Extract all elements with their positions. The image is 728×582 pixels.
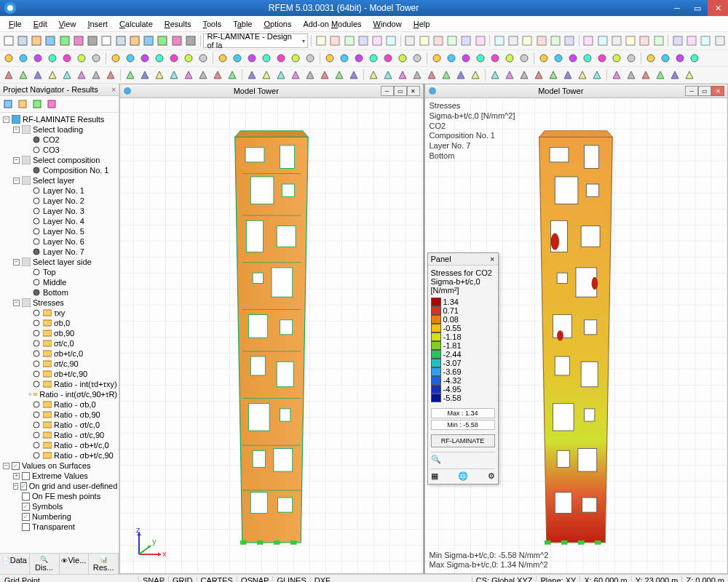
tree-vos-2[interactable]: On FE mesh points bbox=[0, 491, 119, 501]
tree-stress-13[interactable]: Ratio - σb+t/c,0 bbox=[0, 440, 119, 450]
tb1-btn-b27[interactable] bbox=[713, 34, 726, 47]
tb2-btn-34[interactable] bbox=[518, 52, 531, 65]
nav-tb-2[interactable] bbox=[16, 97, 29, 111]
panel-tab-3[interactable]: ⚙ bbox=[488, 471, 495, 481]
tb2-btn-30[interactable] bbox=[459, 52, 472, 65]
tree-stress-6[interactable]: σb+t/c,90 bbox=[0, 369, 119, 379]
tb3-btn-44[interactable] bbox=[668, 68, 681, 81]
tree-layer-6[interactable]: Layer No. 6 bbox=[0, 236, 119, 247]
tb1-btn-b1[interactable] bbox=[329, 34, 341, 47]
nav-tb-3[interactable] bbox=[31, 97, 44, 111]
menu-window[interactable]: Window bbox=[368, 18, 408, 30]
tb3-btn-43[interactable] bbox=[654, 68, 667, 81]
tb1-btn-2[interactable] bbox=[31, 34, 43, 47]
menu-results[interactable]: Results bbox=[159, 18, 197, 30]
status-osnap[interactable]: OSNAP bbox=[237, 576, 273, 583]
tree-vos-5[interactable]: Transparent bbox=[0, 522, 119, 532]
panel-tab-2[interactable]: 🌐 bbox=[458, 471, 468, 481]
tb3-btn-35[interactable] bbox=[532, 68, 545, 81]
panel-tab-1[interactable]: ▦ bbox=[431, 471, 438, 481]
tb1-btn-b25[interactable] bbox=[685, 34, 697, 47]
status-glines[interactable]: GLINES bbox=[272, 576, 309, 583]
tree-layer-7[interactable]: Layer No. 7 bbox=[0, 247, 119, 257]
maximize-button[interactable]: ▭ bbox=[687, 0, 708, 16]
tb1-btn-6[interactable] bbox=[87, 34, 99, 47]
tb2-btn-40[interactable] bbox=[610, 52, 623, 65]
menu-help[interactable]: Help bbox=[408, 18, 436, 30]
tb3-btn-30[interactable] bbox=[454, 68, 467, 81]
tb1-btn-b10[interactable] bbox=[460, 34, 472, 47]
tb3-btn-15[interactable] bbox=[226, 68, 239, 81]
tree-layer-4[interactable]: Layer No. 4 bbox=[0, 216, 119, 226]
panel-close-icon[interactable]: × bbox=[490, 255, 494, 263]
tb2-btn-44[interactable] bbox=[673, 52, 687, 65]
tb1-btn-b9[interactable] bbox=[446, 34, 459, 47]
vp-left-close[interactable]: ✕ bbox=[407, 86, 420, 96]
tb3-btn-38[interactable] bbox=[576, 68, 589, 81]
tb1-btn-b3[interactable] bbox=[357, 34, 369, 47]
tb3-btn-8[interactable] bbox=[124, 68, 137, 81]
tb2-btn-6[interactable] bbox=[90, 52, 103, 65]
tb2-btn-36[interactable] bbox=[552, 52, 565, 65]
tb1-btn-8[interactable] bbox=[114, 34, 127, 47]
tree-side-bottom[interactable]: Bottom bbox=[0, 287, 119, 298]
tb3-btn-16[interactable] bbox=[245, 68, 258, 81]
tb3-btn-18[interactable] bbox=[274, 68, 288, 81]
tree-values-on-surfaces[interactable]: −✓Values on Surfaces bbox=[0, 461, 119, 471]
tb1-btn-b23[interactable] bbox=[652, 34, 665, 47]
tree-side-top[interactable]: Top bbox=[0, 267, 119, 277]
tb1-btn-b26[interactable] bbox=[700, 34, 712, 47]
menu-table[interactable]: Table bbox=[227, 18, 258, 30]
tree-stress-14[interactable]: Ratio - σb+t/c,90 bbox=[0, 450, 119, 461]
tb2-btn-9[interactable] bbox=[138, 52, 151, 65]
tree-select-layer-side[interactable]: −Select layer side bbox=[0, 257, 119, 267]
tree-stress-11[interactable]: Ratio - σt/c,0 bbox=[0, 420, 119, 430]
tb2-btn-23[interactable] bbox=[352, 52, 365, 65]
tree-stresses[interactable]: −Stresses bbox=[0, 298, 119, 308]
tree-layer-2[interactable]: Layer No. 2 bbox=[0, 196, 119, 206]
tree-stress-9[interactable]: Ratio - σb,0 bbox=[0, 399, 119, 410]
tb1-btn-b8[interactable] bbox=[432, 34, 444, 47]
results-panel[interactable]: Panel× Stresses for CO2 Sigma-b+t/c,0 [N… bbox=[427, 252, 499, 485]
tb1-btn-b7[interactable] bbox=[418, 34, 430, 47]
tb3-btn-10[interactable] bbox=[153, 68, 166, 81]
menu-calculate[interactable]: Calculate bbox=[114, 18, 159, 30]
tb2-btn-41[interactable] bbox=[625, 52, 638, 65]
status-dxf[interactable]: DXF bbox=[310, 576, 334, 583]
menu-insert[interactable]: Insert bbox=[82, 18, 114, 30]
tb2-btn-10[interactable] bbox=[153, 52, 166, 65]
tree-select-layer[interactable]: −Select layer bbox=[0, 175, 119, 186]
tb2-btn-29[interactable] bbox=[445, 52, 458, 65]
tb3-btn-29[interactable] bbox=[440, 68, 453, 81]
tb2-btn-21[interactable] bbox=[323, 52, 336, 65]
tb3-btn-37[interactable] bbox=[561, 68, 574, 81]
tb3-btn-13[interactable] bbox=[197, 68, 210, 81]
tree-stress-1[interactable]: σb,0 bbox=[0, 318, 119, 328]
tb2-btn-2[interactable] bbox=[31, 52, 44, 65]
tb2-btn-28[interactable] bbox=[430, 52, 443, 65]
tb1-btn-b5[interactable] bbox=[385, 34, 397, 47]
tb3-btn-42[interactable] bbox=[639, 68, 652, 81]
viewport-right-body[interactable]: Stresses Sigma-b+t/c,0 [N/mm^2] CO2 Comp… bbox=[425, 98, 728, 573]
tree-vos-3[interactable]: ✓Symbols bbox=[0, 501, 119, 511]
tb3-btn-3[interactable] bbox=[46, 68, 59, 81]
tb2-btn-19[interactable] bbox=[289, 52, 302, 65]
tree-select-loading[interactable]: −Select loading bbox=[0, 124, 119, 135]
tb3-btn-24[interactable] bbox=[367, 68, 380, 81]
tree-co3[interactable]: CO3 bbox=[0, 145, 119, 155]
tree-root[interactable]: −RF-LAMINATE Results bbox=[0, 114, 119, 124]
tb3-btn-45[interactable] bbox=[683, 68, 696, 81]
tb2-btn-32[interactable] bbox=[488, 52, 502, 65]
module-combo[interactable]: RF-LAMINATE - Design of la bbox=[203, 33, 308, 48]
tb3-btn-31[interactable] bbox=[469, 68, 482, 81]
tb3-btn-4[interactable] bbox=[60, 68, 74, 81]
tb2-btn-42[interactable] bbox=[644, 52, 657, 65]
vp-right-close[interactable]: ✕ bbox=[711, 86, 724, 96]
tb2-btn-8[interactable] bbox=[124, 52, 137, 65]
tree-select-composition[interactable]: −Select composition bbox=[0, 155, 119, 165]
tb2-btn-5[interactable] bbox=[75, 52, 88, 65]
tb3-btn-9[interactable] bbox=[138, 68, 151, 81]
nav-tab-results[interactable]: 📊Res... bbox=[89, 554, 119, 574]
tb3-btn-0[interactable] bbox=[2, 68, 15, 81]
status-snap[interactable]: SNAP bbox=[138, 576, 168, 583]
